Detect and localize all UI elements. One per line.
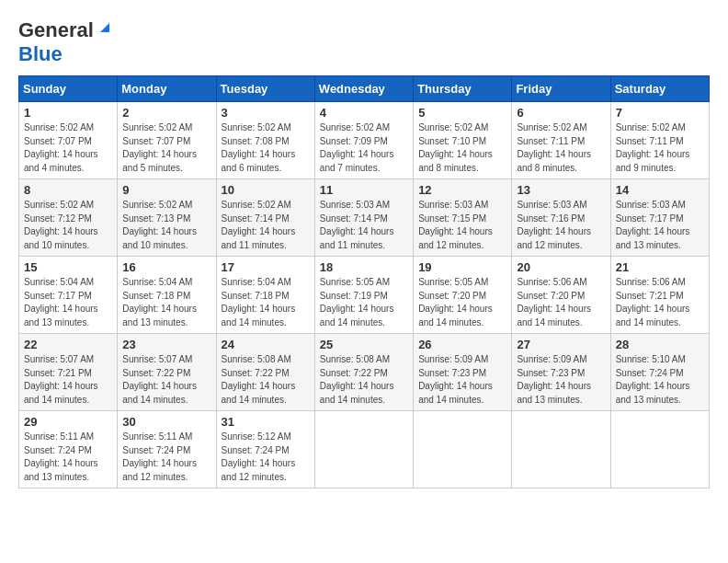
day-detail: Sunrise: 5:08 AM Sunset: 7:22 PM Dayligh… <box>222 353 310 407</box>
calendar-empty-cell <box>414 411 512 488</box>
calendar-day-cell: 14Sunrise: 5:03 AM Sunset: 7:17 PM Dayli… <box>610 179 709 257</box>
day-detail: Sunrise: 5:12 AM Sunset: 7:24 PM Dayligh… <box>222 431 310 484</box>
day-detail: Sunrise: 5:07 AM Sunset: 7:22 PM Dayligh… <box>122 353 210 407</box>
day-number: 25 <box>320 338 408 351</box>
day-number: 23 <box>122 338 210 351</box>
day-number: 2 <box>122 106 210 120</box>
day-detail: Sunrise: 5:03 AM Sunset: 7:14 PM Dayligh… <box>320 199 408 252</box>
day-detail: Sunrise: 5:11 AM Sunset: 7:24 PM Dayligh… <box>24 431 112 484</box>
day-number: 28 <box>616 338 704 351</box>
day-number: 29 <box>24 415 112 429</box>
calendar-week-row: 8Sunrise: 5:02 AM Sunset: 7:12 PM Daylig… <box>19 179 710 257</box>
calendar-empty-cell <box>512 411 610 488</box>
day-detail: Sunrise: 5:08 AM Sunset: 7:22 PM Dayligh… <box>320 353 408 407</box>
day-detail: Sunrise: 5:03 AM Sunset: 7:15 PM Dayligh… <box>418 199 506 252</box>
day-detail: Sunrise: 5:02 AM Sunset: 7:07 PM Dayligh… <box>122 121 210 175</box>
day-detail: Sunrise: 5:02 AM Sunset: 7:11 PM Dayligh… <box>517 121 605 175</box>
day-number: 4 <box>320 106 408 120</box>
calendar-day-cell: 28Sunrise: 5:10 AM Sunset: 7:24 PM Dayli… <box>610 334 709 411</box>
calendar-header-thursday: Thursday <box>414 76 512 102</box>
calendar-week-row: 1Sunrise: 5:02 AM Sunset: 7:07 PM Daylig… <box>19 102 710 179</box>
calendar-day-cell: 7Sunrise: 5:02 AM Sunset: 7:11 PM Daylig… <box>610 102 709 179</box>
day-detail: Sunrise: 5:09 AM Sunset: 7:23 PM Dayligh… <box>517 353 605 407</box>
calendar-day-cell: 12Sunrise: 5:03 AM Sunset: 7:15 PM Dayli… <box>414 179 512 257</box>
day-detail: Sunrise: 5:05 AM Sunset: 7:19 PM Dayligh… <box>320 276 408 329</box>
day-number: 13 <box>517 183 605 197</box>
day-detail: Sunrise: 5:02 AM Sunset: 7:14 PM Dayligh… <box>222 199 310 252</box>
calendar-day-cell: 3Sunrise: 5:02 AM Sunset: 7:08 PM Daylig… <box>216 102 314 179</box>
day-number: 18 <box>320 260 408 274</box>
calendar-day-cell: 9Sunrise: 5:02 AM Sunset: 7:13 PM Daylig… <box>118 179 216 257</box>
calendar-header-row: SundayMondayTuesdayWednesdayThursdayFrid… <box>19 76 710 102</box>
page-header: General Blue <box>18 18 710 66</box>
calendar-day-cell: 26Sunrise: 5:09 AM Sunset: 7:23 PM Dayli… <box>414 334 512 411</box>
day-detail: Sunrise: 5:02 AM Sunset: 7:07 PM Dayligh… <box>24 121 112 175</box>
logo-text-general: General <box>18 18 94 42</box>
day-number: 19 <box>418 260 506 274</box>
day-detail: Sunrise: 5:02 AM Sunset: 7:11 PM Dayligh… <box>616 121 704 175</box>
calendar-header-saturday: Saturday <box>610 76 709 102</box>
calendar-day-cell: 4Sunrise: 5:02 AM Sunset: 7:09 PM Daylig… <box>314 102 413 179</box>
calendar-day-cell: 11Sunrise: 5:03 AM Sunset: 7:14 PM Dayli… <box>314 179 413 257</box>
day-number: 7 <box>616 106 704 120</box>
day-number: 10 <box>222 183 310 197</box>
calendar-week-row: 29Sunrise: 5:11 AM Sunset: 7:24 PM Dayli… <box>19 411 710 488</box>
day-detail: Sunrise: 5:02 AM Sunset: 7:09 PM Dayligh… <box>320 121 408 175</box>
day-number: 21 <box>616 260 704 274</box>
calendar-day-cell: 10Sunrise: 5:02 AM Sunset: 7:14 PM Dayli… <box>216 179 314 257</box>
calendar-header-sunday: Sunday <box>19 76 118 102</box>
calendar-day-cell: 27Sunrise: 5:09 AM Sunset: 7:23 PM Dayli… <box>512 334 610 411</box>
day-detail: Sunrise: 5:02 AM Sunset: 7:08 PM Dayligh… <box>222 121 310 175</box>
calendar-day-cell: 2Sunrise: 5:02 AM Sunset: 7:07 PM Daylig… <box>118 102 216 179</box>
day-detail: Sunrise: 5:09 AM Sunset: 7:23 PM Dayligh… <box>418 353 506 407</box>
day-number: 6 <box>517 106 605 120</box>
calendar-day-cell: 16Sunrise: 5:04 AM Sunset: 7:18 PM Dayli… <box>118 257 216 334</box>
calendar-day-cell: 21Sunrise: 5:06 AM Sunset: 7:21 PM Dayli… <box>610 257 709 334</box>
day-number: 5 <box>418 106 506 120</box>
calendar-day-cell: 1Sunrise: 5:02 AM Sunset: 7:07 PM Daylig… <box>19 102 118 179</box>
day-number: 22 <box>24 338 112 351</box>
day-number: 20 <box>517 260 605 274</box>
logo-arrow-icon <box>97 19 113 40</box>
logo-text-blue: Blue <box>18 42 63 65</box>
day-number: 8 <box>24 183 112 197</box>
svg-marker-0 <box>100 23 109 32</box>
day-detail: Sunrise: 5:03 AM Sunset: 7:16 PM Dayligh… <box>517 199 605 252</box>
calendar-header-friday: Friday <box>512 76 610 102</box>
day-number: 3 <box>222 106 310 120</box>
day-number: 26 <box>418 338 506 351</box>
calendar-day-cell: 18Sunrise: 5:05 AM Sunset: 7:19 PM Dayli… <box>314 257 413 334</box>
day-detail: Sunrise: 5:05 AM Sunset: 7:20 PM Dayligh… <box>418 276 506 329</box>
calendar-day-cell: 30Sunrise: 5:11 AM Sunset: 7:24 PM Dayli… <box>118 411 216 488</box>
day-detail: Sunrise: 5:06 AM Sunset: 7:20 PM Dayligh… <box>517 276 605 329</box>
calendar-day-cell: 29Sunrise: 5:11 AM Sunset: 7:24 PM Dayli… <box>19 411 118 488</box>
day-detail: Sunrise: 5:04 AM Sunset: 7:18 PM Dayligh… <box>222 276 310 329</box>
day-detail: Sunrise: 5:10 AM Sunset: 7:24 PM Dayligh… <box>616 353 704 407</box>
calendar-day-cell: 31Sunrise: 5:12 AM Sunset: 7:24 PM Dayli… <box>216 411 314 488</box>
calendar-day-cell: 25Sunrise: 5:08 AM Sunset: 7:22 PM Dayli… <box>314 334 413 411</box>
calendar-week-row: 15Sunrise: 5:04 AM Sunset: 7:17 PM Dayli… <box>19 257 710 334</box>
calendar-day-cell: 5Sunrise: 5:02 AM Sunset: 7:10 PM Daylig… <box>414 102 512 179</box>
day-number: 11 <box>320 183 408 197</box>
day-detail: Sunrise: 5:02 AM Sunset: 7:12 PM Dayligh… <box>24 199 112 252</box>
day-number: 30 <box>122 415 210 429</box>
day-number: 15 <box>24 260 112 274</box>
day-number: 31 <box>222 415 310 429</box>
day-number: 12 <box>418 183 506 197</box>
day-number: 16 <box>122 260 210 274</box>
calendar-week-row: 22Sunrise: 5:07 AM Sunset: 7:21 PM Dayli… <box>19 334 710 411</box>
day-number: 17 <box>222 260 310 274</box>
day-number: 14 <box>616 183 704 197</box>
calendar-day-cell: 15Sunrise: 5:04 AM Sunset: 7:17 PM Dayli… <box>19 257 118 334</box>
calendar-day-cell: 20Sunrise: 5:06 AM Sunset: 7:20 PM Dayli… <box>512 257 610 334</box>
calendar-day-cell: 22Sunrise: 5:07 AM Sunset: 7:21 PM Dayli… <box>19 334 118 411</box>
day-number: 9 <box>122 183 210 197</box>
calendar-day-cell: 19Sunrise: 5:05 AM Sunset: 7:20 PM Dayli… <box>414 257 512 334</box>
day-detail: Sunrise: 5:03 AM Sunset: 7:17 PM Dayligh… <box>616 199 704 252</box>
calendar-day-cell: 17Sunrise: 5:04 AM Sunset: 7:18 PM Dayli… <box>216 257 314 334</box>
calendar-day-cell: 23Sunrise: 5:07 AM Sunset: 7:22 PM Dayli… <box>118 334 216 411</box>
day-detail: Sunrise: 5:04 AM Sunset: 7:18 PM Dayligh… <box>122 276 210 329</box>
day-number: 1 <box>24 106 112 120</box>
calendar-header-tuesday: Tuesday <box>216 76 314 102</box>
day-number: 27 <box>517 338 605 351</box>
